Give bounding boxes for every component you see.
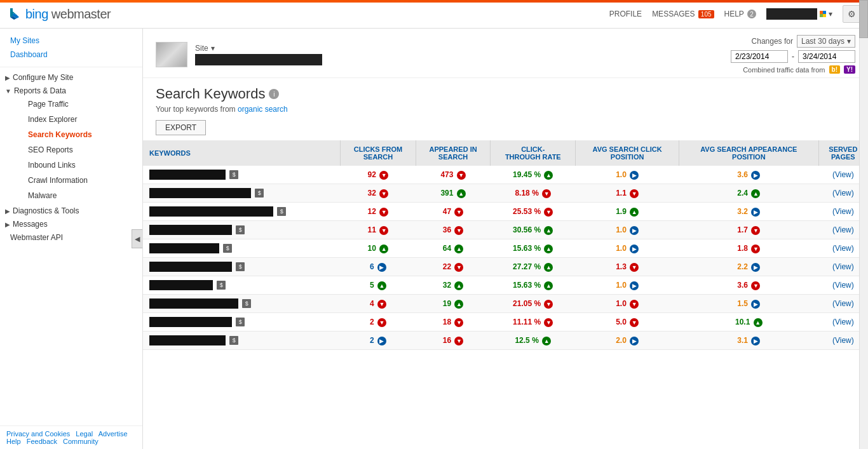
sidebar-item-page-traffic[interactable]: Page Traffic (18, 97, 142, 112)
trend-up-icon: ▲ (377, 281, 386, 290)
sidebar-item-crawl-information[interactable]: Crawl Information (18, 173, 142, 188)
footer-community-link[interactable]: Community (63, 438, 98, 445)
avg-click-cell: 1.0 ▶ (576, 276, 679, 295)
sidebar-item-search-keywords[interactable]: Search Keywords (18, 127, 142, 142)
avg-click-cell: 2.0 ▶ (576, 332, 679, 350)
gear-button[interactable]: ⚙ (843, 5, 860, 23)
view-link[interactable]: (View) (832, 244, 854, 253)
footer-feedback-link[interactable]: Feedback (27, 438, 57, 445)
date-to-input[interactable] (798, 50, 855, 63)
view-link[interactable]: (View) (832, 262, 854, 271)
sidebar-section-configure[interactable]: ▶ Configure My Site (0, 70, 142, 83)
reports-label: Reports & Data (14, 86, 66, 95)
avg-appear-cell: 3.1 ▶ (679, 332, 818, 350)
table-row: $ 2 ▼ 18 ▼ 11.11 % ▼ 5.0 ▼ 10.1 ▲ (143, 313, 868, 332)
avg-appear-cell: 3.6 ▶ (679, 166, 818, 184)
ctr-cell: 19.45 % ▲ (491, 166, 576, 184)
svg-rect-4 (823, 11, 826, 14)
appeared-value: 19 (443, 299, 451, 308)
footer-help-link[interactable]: Help (6, 438, 21, 445)
info-icon[interactable]: i (269, 89, 279, 99)
avg-click-cell: 1.3 ▼ (576, 258, 679, 276)
svg-rect-3 (820, 11, 823, 14)
trend-down-icon: ▼ (457, 171, 466, 180)
date-range-dropdown[interactable]: Last 30 days ▾ (797, 35, 855, 48)
export-button[interactable]: EXPORT (156, 120, 206, 135)
trend-down-icon: ▼ (542, 189, 551, 198)
view-link[interactable]: (View) (832, 170, 854, 179)
ctr-cell: 11.11 % ▼ (491, 313, 576, 332)
scrollbar-thumb[interactable] (859, 0, 868, 38)
sidebar-item-webmaster-api[interactable]: Webmaster API (0, 230, 142, 245)
sidebar-collapse-btn[interactable]: ◀ (132, 229, 143, 248)
organic-search-link[interactable]: organic search (238, 105, 288, 114)
clicks-cell: 2 ▶ (340, 332, 416, 350)
avg-appear-cell: 3.6 ▼ (679, 276, 818, 295)
trend-up-icon: ▲ (630, 208, 639, 217)
date-inputs: - (731, 50, 855, 63)
kw-cell: $ (143, 276, 340, 295)
trend-up-icon: ▲ (457, 189, 466, 198)
avg-appear-value: 3.1 (737, 336, 748, 345)
yahoo-logo-small: Y! (844, 65, 855, 74)
ctr-value: 27.27 % (513, 262, 541, 271)
sidebar-item-dashboard[interactable]: Dashboard (0, 48, 142, 62)
avg-appear-cell: 2.4 ▲ (679, 184, 818, 203)
colorful-icon (820, 11, 826, 17)
avg-appear-cell: 3.2 ▶ (679, 203, 818, 221)
footer-legal-link[interactable]: Legal (76, 430, 93, 438)
table-row: $ 4 ▼ 19 ▲ 21.05 % ▼ 1.0 ▼ 1.5 ▶ (143, 295, 868, 313)
trend-down-icon: ▼ (630, 300, 639, 309)
user-area[interactable]: ▾ (766, 8, 832, 20)
sidebar-indent-reports: Page Traffic Index Explorer Search Keywo… (0, 97, 142, 203)
profile-link[interactable]: PROFILE (609, 10, 642, 18)
view-link[interactable]: (View) (832, 281, 854, 290)
traffic-from-area: Combined traffic data from b! Y! (743, 65, 855, 74)
trend-up-icon: ▲ (544, 263, 553, 272)
trend-right-icon: ▶ (751, 171, 760, 180)
diagnostics-arrow-icon: ▶ (5, 208, 10, 215)
messages-link[interactable]: MESSAGES 105 (652, 10, 714, 18)
dollar-icon: $ (242, 299, 251, 308)
ctr-value: 15.63 % (513, 281, 541, 290)
footer-privacy-link[interactable]: Privacy and Cookies (6, 430, 70, 438)
sidebar-item-malware[interactable]: Malware (18, 188, 142, 203)
trend-down-icon: ▼ (454, 337, 463, 345)
site-dropdown[interactable]: Site ▾ (195, 44, 322, 53)
help-link[interactable]: HELP 2 (724, 10, 756, 19)
sidebar-item-inbound-links[interactable]: Inbound Links (18, 157, 142, 173)
avg-appear-cell: 10.1 ▲ (679, 313, 818, 332)
avg-appear-value: 2.4 (737, 189, 748, 198)
site-dropdown-arrow-icon: ▾ (211, 44, 215, 53)
view-link[interactable]: (View) (832, 225, 854, 234)
appeared-value: 36 (443, 225, 451, 234)
dropdown-arrow-icon: ▾ (847, 37, 851, 46)
appeared-cell: 32 ▲ (416, 276, 490, 295)
avg-click-cell: 1.0 ▶ (576, 239, 679, 258)
sidebar-item-my-sites[interactable]: My Sites (0, 34, 142, 48)
trend-right-icon: ▶ (751, 300, 760, 309)
date-from-input[interactable] (731, 50, 788, 63)
view-link[interactable]: (View) (832, 318, 854, 326)
ctr-value: 30.56 % (513, 225, 541, 234)
view-link[interactable]: (View) (832, 336, 854, 345)
sidebar-divider (0, 67, 142, 67)
trend-down-icon: ▼ (544, 300, 553, 309)
view-link[interactable]: (View) (832, 189, 854, 198)
view-link[interactable]: (View) (832, 299, 854, 308)
kw-cell: $ (143, 166, 340, 184)
diagnostics-label: Diagnostics & Tools (13, 206, 79, 215)
sidebar-section-messages[interactable]: ▶ Messages (0, 217, 142, 230)
sidebar-section-reports[interactable]: ▼ Reports & Data (0, 83, 142, 97)
clicks-value: 10 (368, 244, 376, 253)
sidebar-item-index-explorer[interactable]: Index Explorer (18, 112, 142, 127)
sidebar-section-diagnostics[interactable]: ▶ Diagnostics & Tools (0, 203, 142, 217)
view-link[interactable]: (View) (832, 207, 854, 216)
footer-advertise-link[interactable]: Advertise (98, 430, 128, 438)
scrollbar-track[interactable] (859, 0, 868, 449)
trend-down-icon: ▼ (377, 318, 386, 327)
avg-click-value: 1.0 (616, 225, 627, 234)
sidebar-item-seo-reports[interactable]: SEO Reports (18, 142, 142, 157)
top-accent (0, 0, 868, 3)
table-header-row: KEYWORDS CLICKS FROMSEARCH APPEARED INSE… (143, 140, 868, 166)
